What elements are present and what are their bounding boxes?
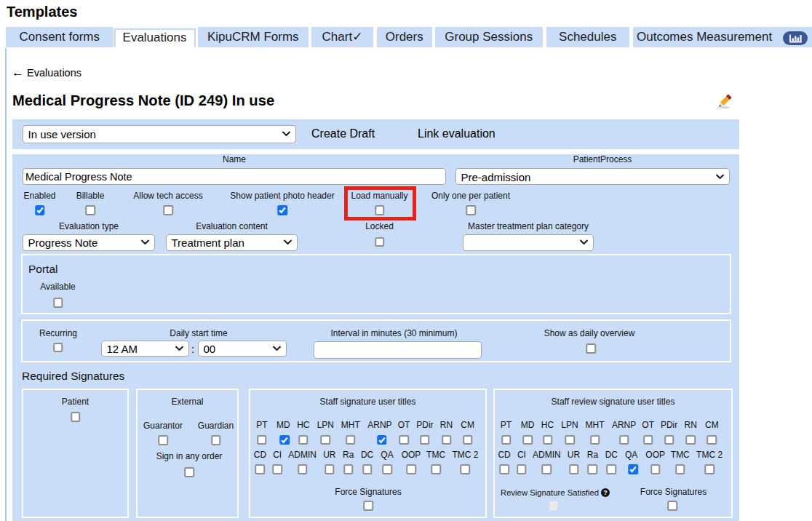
svg-text:?: ? <box>603 489 608 496</box>
